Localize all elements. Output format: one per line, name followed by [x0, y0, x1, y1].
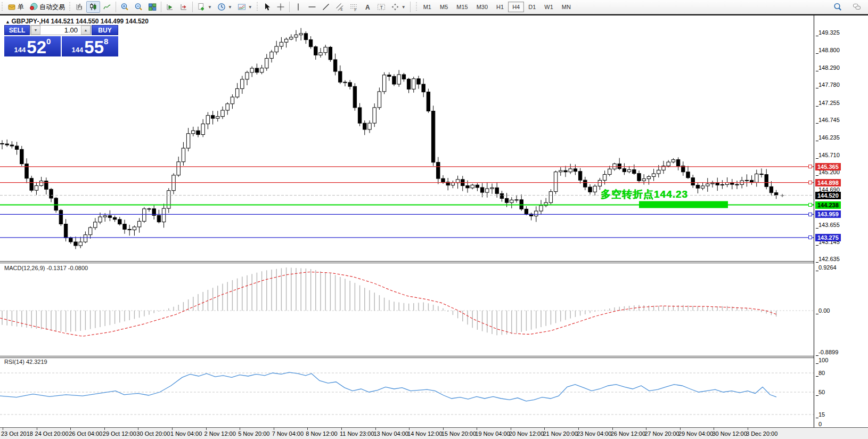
hline-price-badge[interactable]: 143.959	[815, 210, 841, 218]
time-axis-tick	[511, 428, 511, 430]
rsi-axis-label: 50	[818, 389, 825, 395]
timeframe-w1-button[interactable]: W1	[540, 2, 558, 12]
time-axis-tick	[443, 428, 444, 430]
dropdown-caret-icon[interactable]: ▼	[248, 5, 252, 10]
text-label-button[interactable]: T	[374, 1, 388, 13]
time-axis-tick	[341, 428, 342, 430]
pane-separator[interactable]	[0, 356, 868, 356]
rsi-line	[0, 372, 776, 401]
toolbar-separator	[192, 2, 193, 12]
price-axis-label: 143.655	[818, 222, 840, 228]
time-axis-label: 20 Nov 12:00	[509, 430, 544, 437]
time-axis-tick	[544, 428, 545, 430]
text-button[interactable]: A	[361, 1, 374, 13]
candlestick-button[interactable]	[86, 1, 100, 13]
time-axis-tick	[748, 428, 748, 430]
line-handle[interactable]	[808, 213, 812, 216]
cursor-icon	[263, 3, 271, 11]
zoom-out-button[interactable]	[132, 1, 145, 13]
sell-button[interactable]: SELL	[4, 25, 30, 35]
line-handle[interactable]	[808, 235, 812, 239]
annotation-text[interactable]: 多空转折点144.23	[601, 188, 688, 201]
timeframe-h1-button[interactable]: H1	[492, 2, 508, 12]
hline-price-badge[interactable]: 144.238	[815, 201, 841, 209]
pane-separator[interactable]	[0, 357, 868, 358]
trendline-icon	[322, 3, 330, 11]
timeframe-m15-button[interactable]: M15	[452, 2, 472, 12]
indicators-list-icon	[238, 3, 246, 11]
axis-tick-mark	[816, 262, 818, 263]
time-axis-label: 26 Oct 04:00	[69, 430, 102, 437]
pane-separator[interactable]	[0, 263, 868, 263]
trendline-button[interactable]	[319, 1, 333, 13]
bar-chart-button[interactable]	[72, 1, 86, 13]
timeframe-h4-button[interactable]: H4	[508, 2, 524, 12]
line-handle[interactable]	[808, 165, 812, 168]
zoom-in-icon	[120, 3, 129, 11]
equidistant-channel-button[interactable]: E	[333, 1, 347, 13]
dropdown-caret-icon[interactable]: ▼	[208, 5, 212, 10]
axis-tick-mark	[816, 88, 818, 88]
volume-stepper: ▼ 1.00 ▲	[30, 25, 91, 35]
cursor-button[interactable]	[260, 1, 274, 13]
search-button[interactable]	[831, 1, 845, 13]
axis-tick-mark	[816, 71, 818, 71]
time-axis-tick	[138, 428, 138, 430]
horizontal-line-button[interactable]	[305, 1, 319, 13]
chart-shift-button[interactable]	[177, 1, 191, 13]
time-axis-label: 23 Oct 2018	[1, 430, 33, 437]
line-handle[interactable]	[808, 203, 812, 207]
new-order-button[interactable]: 单	[5, 1, 27, 13]
fibonacci-button[interactable]: F	[347, 1, 361, 13]
arrows-button[interactable]: ▼	[388, 1, 408, 13]
axis-tick-mark	[816, 175, 818, 176]
chart-canvas[interactable]	[0, 0, 868, 439]
timeframe-m5-button[interactable]: M5	[436, 2, 452, 12]
pane-separator[interactable]	[0, 261, 868, 262]
auto-scroll-icon	[166, 3, 174, 11]
dropdown-caret-icon[interactable]: ▼	[228, 5, 232, 10]
auto-scroll-button[interactable]	[163, 1, 177, 13]
chart-title: ▲ GBPJPY-,H4 144.521 144.550 144.499 144…	[5, 18, 149, 25]
price-axis-label: 147.255	[818, 100, 840, 106]
indicators-list-button[interactable]: ▼	[235, 1, 255, 13]
buy-price-base: 144	[72, 46, 84, 54]
line-chart-button[interactable]	[100, 1, 114, 13]
hline-price-badge[interactable]: 145.365	[815, 163, 841, 170]
vertical-line-button[interactable]	[291, 1, 305, 13]
price-axis[interactable]: 149.325148.800148.290147.780147.255146.7…	[814, 15, 868, 427]
current-price-badge[interactable]: 144.520	[815, 192, 841, 199]
buy-button[interactable]: BUY	[92, 25, 118, 35]
buy-price-button[interactable]: 144 55 8	[62, 36, 118, 56]
hline-price-badge[interactable]: 143.275	[815, 234, 841, 241]
crosshair-button[interactable]	[274, 1, 288, 13]
dropdown-caret-icon[interactable]: ▼	[402, 5, 406, 10]
toolbar-grip	[69, 2, 71, 12]
line-handle[interactable]	[808, 181, 812, 184]
tile-windows-button[interactable]	[145, 1, 159, 13]
profiles-button[interactable]: ▼	[215, 1, 235, 13]
timeframe-d1-button[interactable]: D1	[524, 2, 540, 12]
sell-price-button[interactable]: 144 52 0	[4, 36, 61, 56]
timeframe-bar: M1M5M15M30H1H4D1W1MN	[414, 2, 575, 12]
volume-increase-button[interactable]: ▲	[81, 26, 91, 35]
hline-price-badge[interactable]: 144.898	[815, 179, 841, 186]
timeframe-m1-button[interactable]: M1	[419, 2, 436, 12]
line-chart-icon	[103, 3, 111, 11]
time-axis-tick	[646, 428, 646, 430]
timeframe-mn-button[interactable]: MN	[558, 2, 575, 12]
time-axis-label: 30 Nov 12:00	[712, 430, 747, 437]
chat-button[interactable]	[850, 1, 864, 13]
volume-field[interactable]: 1.00	[40, 26, 81, 35]
zoom-in-button[interactable]	[118, 1, 132, 13]
time-axis[interactable]: 23 Oct 201824 Oct 20:0026 Oct 04:0029 Oc…	[0, 427, 868, 439]
autotrading-button[interactable]: 自动交易	[27, 1, 68, 13]
axis-tick-mark	[816, 228, 818, 229]
candlestick-series	[1, 28, 778, 249]
axis-tick-mark	[816, 418, 818, 418]
new-chart-button[interactable]: ▼	[194, 1, 215, 13]
rsi-pane	[0, 372, 814, 414]
axis-tick-mark	[816, 123, 818, 124]
volume-decrease-button[interactable]: ▼	[31, 26, 40, 35]
timeframe-m30-button[interactable]: M30	[472, 2, 492, 12]
